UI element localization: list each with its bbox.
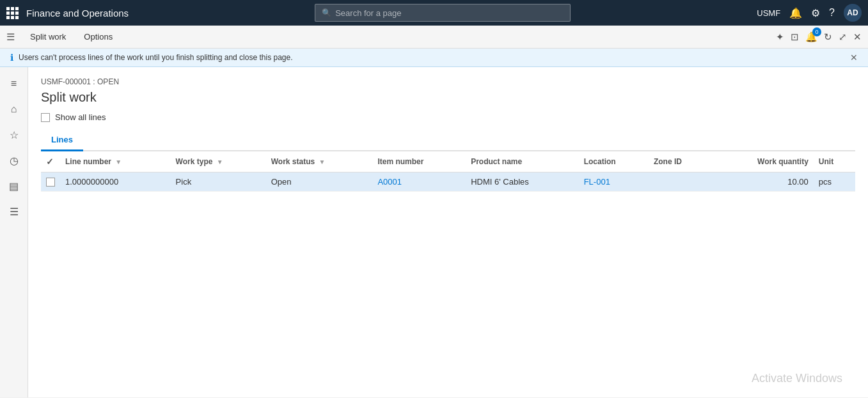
tab-bar: Lines xyxy=(41,131,855,151)
show-all-lines-container: Show all lines xyxy=(41,112,855,122)
column-header-location: Location xyxy=(579,151,649,172)
search-input-wrap[interactable]: 🔍 xyxy=(315,4,571,22)
show-all-lines-label[interactable]: Show all lines xyxy=(55,112,106,122)
search-bar: 🔍 xyxy=(129,4,757,22)
show-all-lines-checkbox[interactable] xyxy=(41,113,50,122)
table-header: ✓ Line number ▼ Work type ▼ Work stat xyxy=(41,151,855,172)
sidebar-recent-icon[interactable]: ◷ xyxy=(3,149,26,172)
notification-badge: 0 xyxy=(812,27,821,36)
info-icon: ℹ xyxy=(10,52,13,63)
close-page-icon[interactable]: ✕ xyxy=(853,31,862,43)
main-content: USMF-000001 : OPEN Split work Show all l… xyxy=(28,67,868,397)
sidebar: ≡ ⌂ ☆ ◷ ▤ ☰ xyxy=(0,67,28,397)
location-link[interactable]: FL-001 xyxy=(584,177,610,187)
top-nav-right: USMF 🔔 ⚙ ? AD xyxy=(757,4,862,22)
banner-message: Users can't process lines of the work un… xyxy=(19,53,293,62)
sidebar-hamburger-icon[interactable]: ≡ xyxy=(3,72,26,95)
cell-location[interactable]: FL-001 xyxy=(579,172,649,192)
secondary-nav-right: ✦ ⊡ 🔔 0 ↻ ⤢ ✕ xyxy=(776,31,862,43)
split-work-nav-item[interactable]: Split work xyxy=(28,26,68,49)
cell-work-status: Open xyxy=(266,172,373,192)
cell-work-type: Pick xyxy=(171,172,266,192)
personalize-icon[interactable]: ✦ xyxy=(776,31,784,43)
column-header-work-quantity: Work quantity xyxy=(712,151,814,172)
column-header-unit: Unit xyxy=(814,151,855,172)
open-in-new-icon[interactable]: ⊡ xyxy=(791,31,799,43)
hamburger-nav-icon[interactable]: ☰ xyxy=(6,31,15,43)
data-table: ✓ Line number ▼ Work type ▼ Work stat xyxy=(41,151,855,192)
user-label: USMF xyxy=(757,8,780,18)
options-nav-item[interactable]: Options xyxy=(81,26,115,49)
secondary-navigation: ☰ Split work Options ✦ ⊡ 🔔 0 ↻ ⤢ ✕ xyxy=(0,26,868,49)
filter-icon-line-number[interactable]: ▼ xyxy=(115,158,122,165)
row-checkbox[interactable] xyxy=(46,178,55,187)
refresh-icon[interactable]: ↻ xyxy=(824,31,832,43)
cell-check xyxy=(41,172,60,192)
top-navigation: Finance and Operations 🔍 USMF 🔔 ⚙ ? AD xyxy=(0,0,868,26)
table-row[interactable]: 1.0000000000 Pick Open A0001 HDMI 6' Cab… xyxy=(41,172,855,192)
cell-line-number: 1.0000000000 xyxy=(60,172,171,192)
table-scroll-area: ✓ Line number ▼ Work type ▼ Work stat xyxy=(41,151,855,192)
maximize-icon[interactable]: ⤢ xyxy=(839,31,847,43)
check-all-icon: ✓ xyxy=(46,157,54,167)
cell-product-name: HDMI 6' Cables xyxy=(466,172,579,192)
notification-icon[interactable]: 🔔 xyxy=(789,7,802,19)
table-header-row: ✓ Line number ▼ Work type ▼ Work stat xyxy=(41,151,855,172)
top-nav-left: Finance and Operations xyxy=(6,7,129,19)
avatar[interactable]: AD xyxy=(844,4,862,22)
alert-icon[interactable]: 🔔 0 xyxy=(805,31,817,43)
sidebar-favorites-icon[interactable]: ☆ xyxy=(3,123,26,146)
cell-zone-id xyxy=(649,172,712,192)
info-banner: ℹ Users can't process lines of the work … xyxy=(0,49,868,67)
lines-tab[interactable]: Lines xyxy=(41,131,83,151)
search-input[interactable] xyxy=(335,8,564,18)
main-layout: ≡ ⌂ ☆ ◷ ▤ ☰ USMF-000001 : OPEN Split wor… xyxy=(0,67,868,397)
cell-unit: pcs xyxy=(814,172,855,192)
help-icon[interactable]: ? xyxy=(829,7,835,19)
sidebar-workspaces-icon[interactable]: ▤ xyxy=(3,174,26,197)
cell-work-quantity: 10.00 xyxy=(712,172,814,192)
table-body: 1.0000000000 Pick Open A0001 HDMI 6' Cab… xyxy=(41,172,855,192)
settings-icon[interactable]: ⚙ xyxy=(811,7,820,19)
sidebar-list-icon[interactable]: ☰ xyxy=(3,200,26,223)
column-header-zone-id: Zone ID xyxy=(649,151,712,172)
sidebar-home-icon[interactable]: ⌂ xyxy=(3,98,26,121)
page-title: Split work xyxy=(41,90,855,105)
column-header-product-name: Product name xyxy=(466,151,579,172)
search-icon: 🔍 xyxy=(322,8,331,17)
cell-item-number[interactable]: A0001 xyxy=(372,172,466,192)
app-title: Finance and Operations xyxy=(26,8,129,19)
column-header-check: ✓ xyxy=(41,151,60,172)
filter-icon-work-status[interactable]: ▼ xyxy=(319,158,326,165)
column-header-work-type: Work type ▼ xyxy=(171,151,266,172)
filter-icon-work-type[interactable]: ▼ xyxy=(217,158,223,165)
banner-close-button[interactable]: ✕ xyxy=(850,52,858,63)
apps-icon[interactable] xyxy=(6,7,19,19)
column-header-item-number: Item number xyxy=(372,151,466,172)
column-header-work-status: Work status ▼ xyxy=(266,151,373,172)
item-number-link[interactable]: A0001 xyxy=(377,177,402,187)
breadcrumb: USMF-000001 : OPEN xyxy=(41,77,855,86)
column-header-line-number: Line number ▼ xyxy=(60,151,171,172)
